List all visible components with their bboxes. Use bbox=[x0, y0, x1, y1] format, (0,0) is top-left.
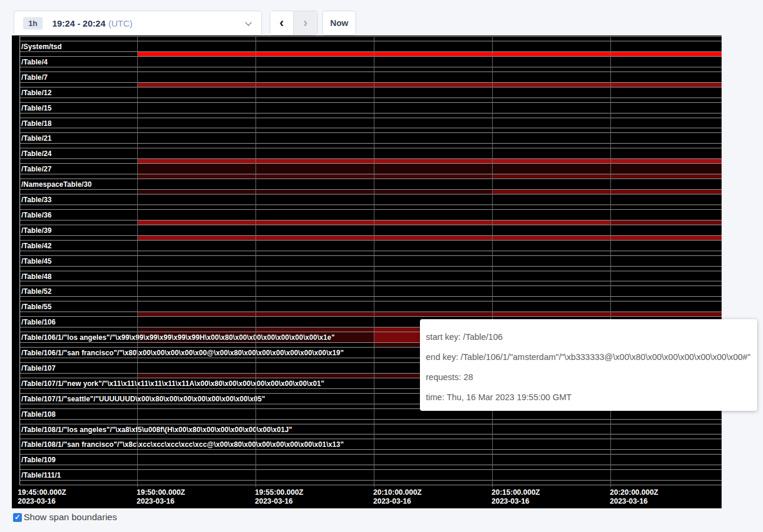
span-label: /Table/106/1/"los angeles"/"\x99\x99\x99… bbox=[21, 333, 335, 342]
span-label: /Table/107 bbox=[21, 364, 56, 372]
heat-band bbox=[137, 312, 492, 316]
heat-band bbox=[492, 159, 722, 163]
span-boundary-line bbox=[20, 87, 722, 87]
span-boundary-line bbox=[20, 454, 722, 455]
show-span-boundaries-checkbox[interactable]: ✓ bbox=[13, 513, 22, 522]
span-label: /Table/27 bbox=[21, 165, 51, 173]
tooltip-start-key: start key: /Table/106 bbox=[426, 327, 751, 347]
heat-band bbox=[610, 220, 722, 225]
span-label: /Table/107/1/"seattle"/"UUUUUUD\x00\x80\… bbox=[21, 395, 265, 403]
next-time-button-disabled: › bbox=[294, 11, 318, 35]
span-boundary-line bbox=[20, 286, 722, 286]
span-label: /Table/55 bbox=[21, 303, 51, 311]
axis-time-label: 20:10:00.000Z bbox=[373, 488, 422, 497]
span-boundary-line bbox=[20, 296, 722, 297]
chevron-down-icon bbox=[245, 19, 251, 25]
span-label: /Table/12 bbox=[21, 89, 51, 97]
time-range-selector[interactable]: 1h 19:24 - 20:24 (UTC) bbox=[14, 11, 262, 35]
span-boundary-line bbox=[20, 179, 722, 179]
time-gridline bbox=[374, 36, 374, 487]
span-label: /Table/107/1/"new york"/"\x11\x11\x11\x1… bbox=[21, 379, 324, 388]
span-label: /Table/52 bbox=[21, 287, 51, 296]
heat-band bbox=[137, 174, 492, 179]
span-boundary-line bbox=[20, 465, 722, 465]
axis-date-label: 2023-03-16 bbox=[373, 497, 411, 505]
span-boundary-line bbox=[20, 113, 722, 113]
span-label: /Table/18 bbox=[21, 119, 51, 128]
span-boundary-line bbox=[20, 439, 722, 439]
axis-date-label: 2023-03-16 bbox=[610, 497, 648, 505]
span-boundary-line bbox=[20, 301, 722, 301]
span-boundary-line bbox=[20, 148, 722, 148]
duration-badge: 1h bbox=[23, 17, 43, 30]
span-boundary-line bbox=[20, 281, 722, 281]
span-boundary-line bbox=[20, 480, 722, 481]
span-label: /Table/39 bbox=[21, 226, 51, 235]
axis-date-label: 2023-03-16 bbox=[492, 497, 529, 505]
span-boundary-line bbox=[20, 72, 722, 72]
span-boundary-line bbox=[20, 209, 722, 210]
tooltip-end-key: end key: /Table/106/1/"amsterdam"/"\xb33… bbox=[426, 347, 751, 367]
span-label: /Table/15 bbox=[21, 104, 51, 112]
span-label: /Table/45 bbox=[21, 257, 51, 265]
span-boundary-line bbox=[20, 316, 722, 317]
span-boundary-line bbox=[20, 419, 722, 420]
time-gridline bbox=[137, 36, 138, 487]
span-label: /Table/111/1 bbox=[21, 471, 61, 479]
span-label: /Table/42 bbox=[21, 242, 51, 250]
tooltip-requests: requests: 28 bbox=[426, 367, 751, 387]
time-range-text: 19:24 - 20:24 bbox=[52, 18, 105, 28]
heat-band bbox=[137, 83, 722, 87]
span-boundary-line bbox=[20, 424, 722, 424]
span-boundary-line bbox=[20, 143, 722, 144]
span-boundary-line bbox=[20, 118, 722, 118]
span-label: /Table/109 bbox=[21, 456, 56, 464]
axis-date-label: 2023-03-16 bbox=[18, 497, 56, 505]
span-label: /Table/21 bbox=[21, 134, 51, 142]
axis-date-label: 2023-03-16 bbox=[255, 497, 293, 505]
span-boundary-line bbox=[20, 128, 722, 128]
time-gridline bbox=[492, 36, 493, 487]
now-button[interactable]: Now bbox=[322, 11, 356, 35]
span-label: /Table/106 bbox=[21, 318, 56, 326]
span-label: /NamespaceTable/30 bbox=[21, 180, 92, 189]
axis-time-label: 19:45:00.000Z bbox=[18, 488, 66, 497]
time-gridline bbox=[256, 36, 256, 487]
span-label: /Table/108/1/"los angeles"/"\xa8\xf5\u00… bbox=[21, 426, 292, 434]
tooltip-time: time: Thu, 16 Mar 2023 19:55:00 GMT bbox=[426, 387, 751, 407]
show-span-boundaries-label: Show span boundaries bbox=[24, 512, 117, 523]
span-boundary-line bbox=[20, 67, 722, 67]
axis-time-label: 19:55:00.000Z bbox=[255, 488, 303, 497]
time-gridline bbox=[610, 36, 611, 487]
axis-time-label: 20:15:00.000Z bbox=[492, 488, 540, 497]
span-label: /Table/108/1/"san francisco"/"\x8c\xcc\x… bbox=[21, 440, 344, 449]
time-nav-group: ‹ › bbox=[270, 11, 318, 35]
timezone-label: (UTC) bbox=[108, 18, 132, 28]
heat-band bbox=[137, 159, 492, 163]
span-boundary-line bbox=[20, 41, 722, 41]
span-label: /Table/106/1/"san francisco"/"\x80\x00\x… bbox=[21, 349, 344, 357]
span-label: /Table/108 bbox=[21, 410, 56, 419]
heat-band bbox=[137, 327, 256, 332]
span-boundaries-control: ✓ Show span boundaries bbox=[13, 512, 117, 523]
prev-time-button[interactable]: ‹ bbox=[270, 11, 294, 35]
heat-band bbox=[137, 236, 722, 240]
span-boundary-line bbox=[20, 469, 722, 470]
span-boundary-line bbox=[20, 251, 722, 251]
span-boundary-line bbox=[20, 98, 722, 98]
key-visualizer-heatmap[interactable]: /System/tsd/Table/4/Table/7/Table/12/Tab… bbox=[12, 35, 722, 508]
heat-band bbox=[256, 327, 374, 332]
chevron-right-icon: › bbox=[303, 17, 308, 30]
span-boundary-line bbox=[20, 225, 722, 225]
span-boundary-line bbox=[20, 56, 722, 57]
span-label: /Table/48 bbox=[21, 273, 51, 281]
heat-band bbox=[137, 164, 722, 174]
span-boundary-line bbox=[20, 434, 722, 434]
chevron-left-icon: ‹ bbox=[280, 17, 284, 30]
span-boundary-line bbox=[20, 132, 722, 133]
axis-date-label: 2023-03-16 bbox=[137, 497, 174, 505]
span-boundary-line bbox=[20, 205, 722, 205]
span-label: /Table/36 bbox=[21, 211, 51, 219]
heat-band bbox=[137, 190, 492, 194]
axis-time-label: 19:50:00.000Z bbox=[137, 488, 185, 497]
